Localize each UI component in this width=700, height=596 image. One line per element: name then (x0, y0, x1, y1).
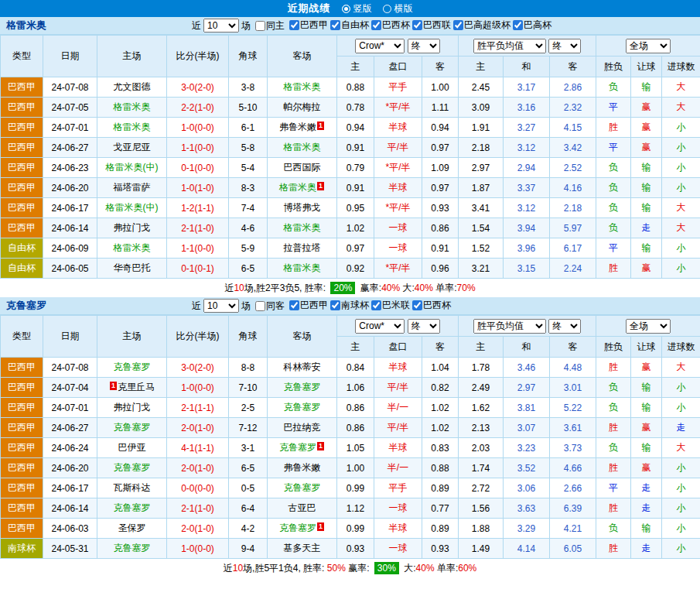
score-cell: 1-1(0-0) (167, 238, 229, 259)
avg-away-cell: 4.15 (550, 118, 596, 138)
league-filter-checkbox-input[interactable] (371, 300, 381, 310)
summary-segment: 场,胜2平3负5, 胜率: (244, 282, 329, 295)
league-filter-checkbox[interactable]: 巴米联 (371, 299, 410, 312)
radio-vertical-layout[interactable]: 竖版 (342, 2, 372, 15)
avg-final-select[interactable]: 终 (548, 39, 581, 53)
goals-result-cell: 小 (662, 118, 700, 138)
goals-result-cell: 小 (662, 458, 700, 478)
avg-away-cell: 6.05 (550, 539, 596, 559)
league-filter-checkbox-input[interactable] (330, 300, 340, 310)
odds-final-select[interactable]: 终 (408, 319, 440, 334)
match-row: 自由杯24-06-05华奇巴托0-1(0-1)6-5格雷米奥0.92*平/半0.… (1, 259, 700, 279)
avg-odds-select[interactable]: 胜平负均值 (473, 39, 546, 53)
score-cell: 3-0(2-0) (167, 358, 229, 378)
summary-segment: 60% (458, 563, 476, 574)
col-header-date: 日期 (43, 36, 97, 77)
score-cell: 2-1(1-0) (167, 218, 229, 238)
league-filter-checkbox[interactable]: 南球杯 (330, 299, 369, 312)
team-name: 尤文图德 (114, 81, 151, 92)
team-name: 福塔雷萨 (114, 182, 151, 193)
summary-segment: 赢率: (357, 282, 381, 295)
match-row: 巴西甲24-06-20克鲁塞罗2-0(1-0)6-5弗鲁米嫩1.00半/一0.8… (1, 458, 700, 478)
odds-company-select[interactable]: Crow* (355, 39, 405, 53)
result-cell: 负 (596, 77, 631, 98)
away-team-cell: 克鲁塞罗 (268, 378, 337, 398)
result-cell: 平 (596, 138, 631, 158)
league-cell: 巴西甲 (1, 77, 43, 98)
result-cell: 负 (596, 519, 631, 539)
avg-odds-select[interactable]: 胜平负均值 (473, 319, 546, 334)
handicap-result-cell: 赢 (631, 259, 662, 279)
away-team-cell: 格雷米奥1 (268, 178, 337, 198)
league-filter-checkbox[interactable]: 巴西甲 (289, 299, 328, 312)
league-filter-checkbox[interactable]: 巴西杯 (412, 299, 451, 312)
avg-away-cell: 5.97 (550, 218, 596, 238)
same-venue-checkbox[interactable]: 同主 (255, 19, 285, 33)
handicap-cell: *平/半 (374, 158, 422, 178)
match-row: 巴西甲24-07-05格雷米奥2-2(1-0)5-10帕尔梅拉0.78*平/半1… (1, 98, 700, 118)
league-cell: 巴西甲 (1, 398, 43, 418)
avg-away-cell: 6.39 (550, 498, 596, 519)
summary-segment: 50% (327, 563, 346, 574)
result-cell: 胜 (596, 458, 631, 478)
odds-away-cell: 0.91 (422, 238, 459, 259)
odds-away-cell: 0.86 (422, 218, 459, 238)
date-cell: 24-05-31 (43, 539, 97, 559)
league-filter-checkbox-input[interactable] (289, 20, 299, 30)
radio-horizontal-layout[interactable]: 横版 (383, 2, 413, 15)
same-venue-label: 同客 (266, 300, 285, 313)
league-filter-checkbox[interactable]: 巴西联 (412, 19, 451, 32)
league-filter-checkbox[interactable]: 巴高杯 (513, 19, 551, 32)
avg-away-cell: 2.18 (550, 198, 596, 218)
away-team-cell: 克鲁塞罗 (268, 398, 337, 418)
league-filter-checkbox-input[interactable] (412, 300, 422, 310)
league-filter-checkbox-input[interactable] (453, 20, 463, 30)
league-filter-checkbox[interactable]: 巴高超级杯 (453, 19, 510, 32)
league-filter-checkbox[interactable]: 巴西甲 (289, 19, 328, 32)
goals-result-cell: 小 (662, 138, 700, 158)
match-row: 巴西甲24-06-14克鲁塞罗2-1(1-0)6-4古亚巴1.12一球0.771… (1, 498, 700, 519)
team-name: 基多天主 (284, 543, 321, 553)
scope-select[interactable]: 全场 (626, 319, 671, 334)
avg-home-cell: 1.56 (459, 498, 504, 519)
score-cell: 0-1(0-0) (167, 158, 229, 178)
scope-select[interactable]: 全场 (626, 39, 671, 53)
league-cell: 巴西甲 (1, 218, 43, 238)
same-venue-checkbox[interactable]: 同客 (255, 300, 285, 313)
handicap-result-cell: 走 (631, 539, 662, 559)
league-filter-checkbox-input[interactable] (330, 20, 340, 30)
avg-final-select[interactable]: 终 (548, 319, 581, 334)
avg-away-cell: 3.42 (550, 138, 596, 158)
goals-result-cell: 小 (662, 498, 700, 519)
avg-home-cell: 2.97 (459, 158, 504, 178)
col-header-type: 类型 (1, 36, 43, 77)
odds-company-select[interactable]: Crow* (355, 319, 405, 334)
league-filter-checkbox-input[interactable] (289, 300, 299, 310)
league-filter-checkbox-input[interactable] (371, 20, 381, 30)
league-filter-checkbox[interactable]: 自由杯 (330, 19, 369, 32)
league-cell: 自由杯 (1, 259, 43, 279)
score-cell: 1-1(0-0) (167, 138, 229, 158)
handicap-cell: *平/半 (374, 98, 422, 118)
subcol-avg-draw: 和 (504, 337, 550, 358)
team-name: 克鲁塞罗 (284, 482, 321, 493)
league-filter-checkbox[interactable]: 巴西杯 (371, 19, 410, 32)
league-filter-checkbox-input[interactable] (412, 20, 422, 30)
team-name: 圣保罗 (118, 522, 146, 533)
avg-home-cell: 3.09 (459, 98, 504, 118)
match-count-select[interactable]: 10 (203, 19, 239, 33)
date-cell: 24-06-27 (43, 138, 97, 158)
team-name: 克鲁塞罗 (114, 543, 151, 553)
same-venue-checkbox-input[interactable] (255, 301, 265, 311)
radio-vertical-label: 竖版 (353, 2, 372, 15)
subcol-avg-away: 客 (550, 337, 596, 358)
same-venue-checkbox-input[interactable] (255, 21, 265, 31)
odds-final-select[interactable]: 终 (408, 39, 440, 53)
odds-away-cell: 0.89 (422, 519, 459, 539)
match-count-select[interactable]: 10 (203, 299, 239, 313)
league-filter-checkbox-input[interactable] (513, 20, 523, 30)
corner-cell: 3-1 (229, 438, 268, 458)
avg-away-cell: 6.17 (550, 238, 596, 259)
handicap-cell: 半/一 (374, 458, 422, 478)
league-filter-label: 巴西甲 (300, 19, 328, 32)
